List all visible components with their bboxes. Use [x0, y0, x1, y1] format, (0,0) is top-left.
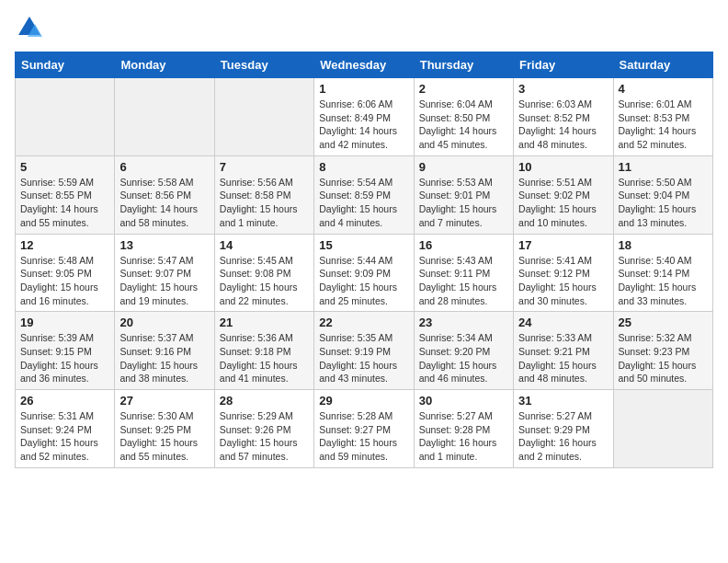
day-info: Sunrise: 5:54 AM Sunset: 8:59 PM Dayligh…: [319, 176, 408, 230]
weekday-header: Wednesday: [314, 52, 414, 78]
calendar-cell: [613, 390, 712, 468]
day-info: Sunrise: 5:44 AM Sunset: 9:09 PM Dayligh…: [319, 254, 408, 308]
day-number: 31: [518, 394, 608, 408]
calendar-header-row: SundayMondayTuesdayWednesdayThursdayFrid…: [16, 52, 713, 78]
day-number: 4: [619, 82, 708, 96]
day-number: 13: [119, 238, 209, 252]
calendar-cell: 8Sunrise: 5:54 AM Sunset: 8:59 PM Daylig…: [314, 155, 414, 234]
day-number: 5: [20, 160, 109, 174]
day-number: 26: [20, 394, 109, 408]
day-number: 21: [220, 316, 309, 329]
weekday-header: Tuesday: [214, 52, 313, 78]
day-info: Sunrise: 6:04 AM Sunset: 8:50 PM Dayligh…: [419, 98, 508, 152]
day-info: Sunrise: 5:39 AM Sunset: 9:15 PM Dayligh…: [20, 331, 109, 385]
calendar-cell: 15Sunrise: 5:44 AM Sunset: 9:09 PM Dayli…: [314, 234, 414, 312]
day-info: Sunrise: 5:45 AM Sunset: 9:08 PM Dayligh…: [220, 254, 309, 308]
day-number: 30: [419, 394, 508, 408]
day-number: 2: [419, 82, 508, 96]
calendar-cell: 4Sunrise: 6:01 AM Sunset: 8:53 PM Daylig…: [613, 78, 712, 156]
calendar-cell: 16Sunrise: 5:43 AM Sunset: 9:11 PM Dayli…: [414, 234, 513, 312]
calendar-week-row: 19Sunrise: 5:39 AM Sunset: 9:15 PM Dayli…: [16, 312, 713, 390]
calendar-cell: 14Sunrise: 5:45 AM Sunset: 9:08 PM Dayli…: [214, 234, 313, 312]
calendar-cell: 9Sunrise: 5:53 AM Sunset: 9:01 PM Daylig…: [414, 155, 513, 234]
calendar-week-row: 5Sunrise: 5:59 AM Sunset: 8:55 PM Daylig…: [16, 155, 713, 234]
calendar-cell: 17Sunrise: 5:41 AM Sunset: 9:12 PM Dayli…: [514, 234, 613, 312]
weekday-header: Monday: [115, 52, 214, 78]
day-info: Sunrise: 5:30 AM Sunset: 9:25 PM Dayligh…: [119, 409, 209, 464]
calendar-cell: 6Sunrise: 5:58 AM Sunset: 8:56 PM Daylig…: [115, 155, 214, 234]
day-info: Sunrise: 5:48 AM Sunset: 9:05 PM Dayligh…: [20, 254, 109, 308]
calendar-cell: 1Sunrise: 6:06 AM Sunset: 8:49 PM Daylig…: [314, 78, 414, 156]
day-number: 22: [319, 316, 408, 329]
day-number: 11: [619, 160, 708, 174]
day-info: Sunrise: 6:01 AM Sunset: 8:53 PM Dayligh…: [619, 98, 708, 152]
day-number: 15: [319, 238, 408, 252]
day-info: Sunrise: 5:34 AM Sunset: 9:20 PM Dayligh…: [419, 331, 508, 385]
calendar-cell: 29Sunrise: 5:28 AM Sunset: 9:27 PM Dayli…: [314, 390, 414, 468]
calendar-cell: 5Sunrise: 5:59 AM Sunset: 8:55 PM Daylig…: [16, 155, 115, 234]
day-number: 12: [20, 238, 109, 252]
day-number: 18: [619, 238, 708, 252]
calendar-cell: 7Sunrise: 5:56 AM Sunset: 8:58 PM Daylig…: [214, 155, 313, 234]
calendar-week-row: 26Sunrise: 5:31 AM Sunset: 9:24 PM Dayli…: [16, 390, 713, 468]
day-info: Sunrise: 5:35 AM Sunset: 9:19 PM Dayligh…: [319, 331, 408, 385]
calendar-cell: 18Sunrise: 5:40 AM Sunset: 9:14 PM Dayli…: [613, 234, 712, 312]
calendar-cell: [16, 78, 115, 156]
day-number: 14: [220, 238, 309, 252]
day-number: 23: [419, 316, 508, 329]
calendar-cell: 30Sunrise: 5:27 AM Sunset: 9:28 PM Dayli…: [414, 390, 513, 468]
day-info: Sunrise: 5:31 AM Sunset: 9:24 PM Dayligh…: [20, 409, 109, 464]
calendar-week-row: 12Sunrise: 5:48 AM Sunset: 9:05 PM Dayli…: [16, 234, 713, 312]
calendar-cell: 21Sunrise: 5:36 AM Sunset: 9:18 PM Dayli…: [214, 312, 313, 390]
day-number: 1: [319, 82, 408, 96]
day-info: Sunrise: 5:47 AM Sunset: 9:07 PM Dayligh…: [119, 254, 209, 308]
calendar-table: SundayMondayTuesdayWednesdayThursdayFrid…: [15, 52, 713, 468]
day-number: 8: [319, 160, 408, 174]
day-info: Sunrise: 5:37 AM Sunset: 9:16 PM Dayligh…: [119, 331, 209, 385]
calendar-cell: 19Sunrise: 5:39 AM Sunset: 9:15 PM Dayli…: [16, 312, 115, 390]
calendar-cell: 12Sunrise: 5:48 AM Sunset: 9:05 PM Dayli…: [16, 234, 115, 312]
calendar-cell: 31Sunrise: 5:27 AM Sunset: 9:29 PM Dayli…: [514, 390, 613, 468]
calendar-cell: 10Sunrise: 5:51 AM Sunset: 9:02 PM Dayli…: [514, 155, 613, 234]
day-number: 16: [419, 238, 508, 252]
calendar-week-row: 1Sunrise: 6:06 AM Sunset: 8:49 PM Daylig…: [16, 78, 713, 156]
day-info: Sunrise: 5:43 AM Sunset: 9:11 PM Dayligh…: [419, 254, 508, 308]
day-info: Sunrise: 5:50 AM Sunset: 9:04 PM Dayligh…: [619, 176, 708, 230]
day-number: 20: [119, 316, 209, 329]
calendar-cell: 11Sunrise: 5:50 AM Sunset: 9:04 PM Dayli…: [613, 155, 712, 234]
day-info: Sunrise: 6:03 AM Sunset: 8:52 PM Dayligh…: [518, 98, 608, 152]
weekday-header: Sunday: [16, 52, 115, 78]
weekday-header: Thursday: [414, 52, 513, 78]
day-info: Sunrise: 5:40 AM Sunset: 9:14 PM Dayligh…: [619, 254, 708, 308]
day-info: Sunrise: 5:32 AM Sunset: 9:23 PM Dayligh…: [619, 331, 708, 385]
calendar-cell: 23Sunrise: 5:34 AM Sunset: 9:20 PM Dayli…: [414, 312, 513, 390]
calendar-cell: 26Sunrise: 5:31 AM Sunset: 9:24 PM Dayli…: [16, 390, 115, 468]
calendar-cell: 28Sunrise: 5:29 AM Sunset: 9:26 PM Dayli…: [214, 390, 313, 468]
calendar-cell: [214, 78, 313, 156]
calendar-cell: 25Sunrise: 5:32 AM Sunset: 9:23 PM Dayli…: [613, 312, 712, 390]
weekday-header: Friday: [514, 52, 613, 78]
logo-icon: [17, 15, 42, 40]
day-info: Sunrise: 5:58 AM Sunset: 8:56 PM Dayligh…: [119, 176, 209, 230]
day-info: Sunrise: 5:56 AM Sunset: 8:58 PM Dayligh…: [220, 176, 309, 230]
day-number: 25: [619, 316, 708, 329]
calendar-cell: [115, 78, 214, 156]
calendar-cell: 24Sunrise: 5:33 AM Sunset: 9:21 PM Dayli…: [514, 312, 613, 390]
day-info: Sunrise: 5:33 AM Sunset: 9:21 PM Dayligh…: [518, 331, 608, 385]
day-info: Sunrise: 6:06 AM Sunset: 8:49 PM Dayligh…: [319, 98, 408, 152]
calendar-cell: 13Sunrise: 5:47 AM Sunset: 9:07 PM Dayli…: [115, 234, 214, 312]
calendar-cell: 2Sunrise: 6:04 AM Sunset: 8:50 PM Daylig…: [414, 78, 513, 156]
day-info: Sunrise: 5:53 AM Sunset: 9:01 PM Dayligh…: [419, 176, 508, 230]
day-number: 3: [518, 82, 608, 96]
day-number: 17: [518, 238, 608, 252]
day-number: 10: [518, 160, 608, 174]
day-info: Sunrise: 5:27 AM Sunset: 9:28 PM Dayligh…: [419, 409, 508, 464]
day-info: Sunrise: 5:29 AM Sunset: 9:26 PM Dayligh…: [220, 409, 309, 464]
day-number: 6: [119, 160, 209, 174]
day-number: 27: [119, 394, 209, 408]
calendar-cell: 22Sunrise: 5:35 AM Sunset: 9:19 PM Dayli…: [314, 312, 414, 390]
day-info: Sunrise: 5:27 AM Sunset: 9:29 PM Dayligh…: [518, 409, 608, 464]
logo: [15, 15, 42, 40]
day-number: 24: [518, 316, 608, 329]
day-number: 7: [220, 160, 309, 174]
